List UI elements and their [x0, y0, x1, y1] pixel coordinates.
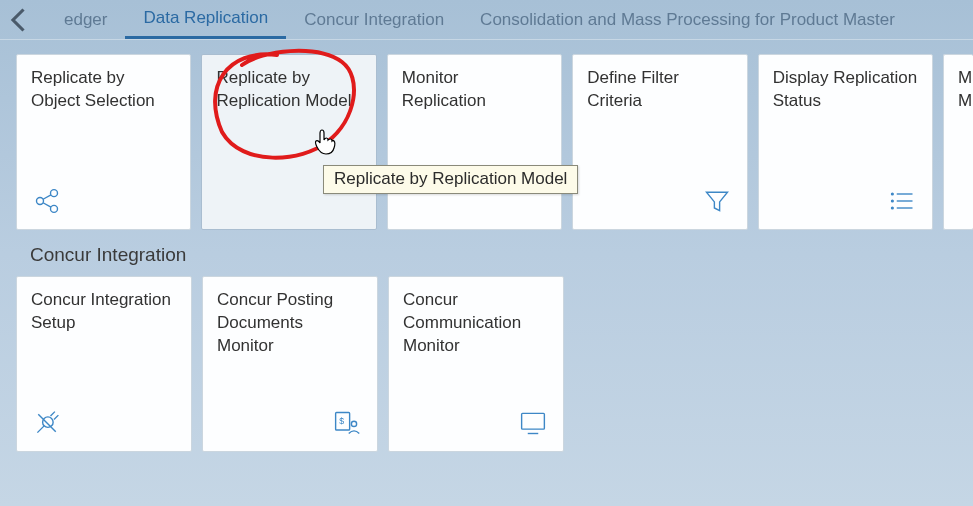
tile-replicate-replication-model[interactable]: Replicate by Replication Model — [201, 54, 376, 230]
tab-consolidation[interactable]: Consolidation and Mass Processing for Pr… — [462, 2, 913, 38]
share-icon — [33, 187, 61, 215]
tile-title: Concur Communication Monitor — [403, 289, 549, 358]
filter-icon — [703, 187, 731, 215]
group-title-concur: Concur Integration — [0, 230, 973, 276]
tile-title: Ma Ma — [958, 67, 959, 113]
svg-point-8 — [892, 193, 894, 195]
tile-display-replication-status[interactable]: Display Replication Status — [758, 54, 933, 230]
tile-concur-comm-monitor[interactable]: Concur Communication Monitor — [388, 276, 564, 452]
tile-title: Display Replication Status — [773, 67, 918, 113]
svg-line-14 — [54, 415, 58, 419]
svg-point-0 — [37, 198, 44, 205]
tile-title: Replicate by Object Selection — [31, 67, 176, 113]
tile-partial-right[interactable]: Ma Ma — [943, 54, 973, 230]
svg-line-11 — [37, 426, 44, 433]
tile-define-filter-criteria[interactable]: Define Filter Criteria — [572, 54, 747, 230]
tile-title: Concur Posting Documents Monitor — [217, 289, 363, 358]
tile-title: Monitor Replication — [402, 67, 547, 113]
svg-line-4 — [43, 203, 51, 207]
tooltip: Replicate by Replication Model — [323, 165, 578, 194]
svg-text:$: $ — [339, 416, 344, 426]
tab-concur-integration[interactable]: Concur Integration — [286, 2, 462, 38]
chevron-left-icon — [6, 6, 34, 34]
tab-bar: edger Data Replication Concur Integratio… — [0, 0, 973, 40]
svg-point-18 — [351, 421, 356, 426]
tab-data-replication[interactable]: Data Replication — [125, 0, 286, 39]
svg-point-2 — [51, 205, 58, 212]
tab-partial-left[interactable]: edger — [34, 2, 125, 38]
tile-monitor-replication[interactable]: Monitor Replication — [387, 54, 562, 230]
tile-title: Replicate by Replication Model — [216, 67, 361, 113]
tile-replicate-object-selection[interactable]: Replicate by Object Selection — [16, 54, 191, 230]
plug-icon — [33, 409, 61, 437]
svg-point-1 — [51, 190, 58, 197]
svg-rect-19 — [522, 413, 545, 429]
svg-point-12 — [43, 417, 54, 428]
tile-title: Concur Integration Setup — [31, 289, 177, 335]
svg-point-9 — [892, 200, 894, 202]
svg-line-13 — [51, 412, 55, 416]
list-icon — [888, 187, 916, 215]
doc-person-icon: $ — [333, 409, 361, 437]
monitor-icon — [519, 409, 547, 437]
nav-back-button[interactable] — [6, 6, 34, 34]
tile-row-data-replication: Replicate by Object Selection Replicate … — [0, 54, 973, 230]
tile-concur-setup[interactable]: Concur Integration Setup — [16, 276, 192, 452]
tile-concur-posting-monitor[interactable]: Concur Posting Documents Monitor $ — [202, 276, 378, 452]
tile-row-concur: Concur Integration Setup Concur Posting … — [0, 276, 973, 452]
tile-title: Define Filter Criteria — [587, 67, 732, 113]
svg-line-3 — [43, 195, 51, 199]
svg-point-10 — [892, 207, 894, 209]
